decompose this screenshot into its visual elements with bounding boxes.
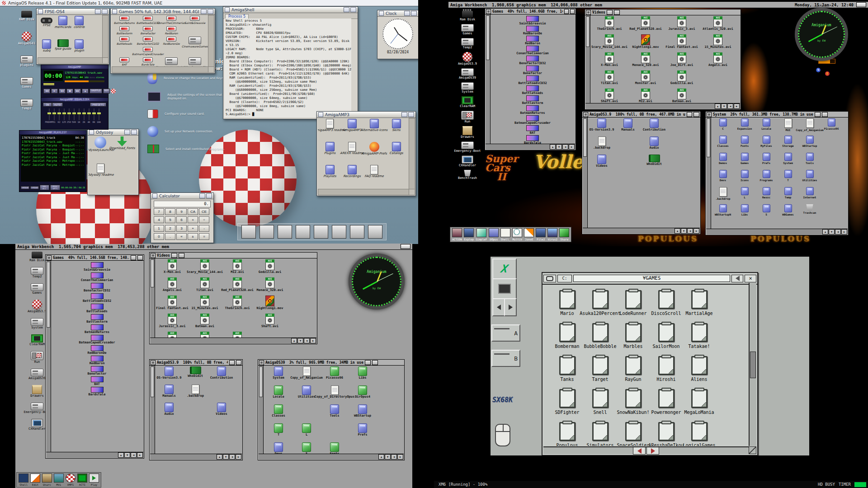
- window-titlebar[interactable]: Games 50% full, 142.3GB free, 144.4GB in…: [111, 9, 215, 15]
- file-icon[interactable]: Alternative-Icons: [363, 119, 385, 142]
- drawer-icon[interactable]: Icons: [734, 170, 755, 187]
- desktop-icon[interactable]: AmigaOS39: [455, 68, 480, 80]
- play-button[interactable]: ▶: [51, 89, 58, 94]
- dock-item[interactable]: [296, 225, 310, 239]
- close-gadget[interactable]: [38, 9, 43, 14]
- playlist-entry[interactable]: 1707615530043_track.wav --:--: [22, 140, 84, 144]
- file-icon[interactable]: FAQ readme: [363, 165, 385, 188]
- file-icon[interactable]: Catalogs: [385, 142, 407, 165]
- calc-key[interactable]: 3: [176, 225, 187, 232]
- video-file-icon[interactable]: 15_Minutes.avi: [189, 296, 221, 314]
- game-project-icon[interactable]: Battletoads: [491, 85, 575, 95]
- drawer-icon[interactable]: Picasso96: [321, 366, 349, 385]
- file-icon[interactable]: fpse guide: [55, 39, 71, 58]
- video-file-icon[interactable]: Red_Planet320.avi: [221, 277, 254, 296]
- iconify-gadget[interactable]: [95, 9, 101, 14]
- vertical-scrollbar[interactable]: [259, 366, 264, 454]
- drawer-icon[interactable]: Manuals: [156, 385, 182, 403]
- vertical-scrollbar[interactable]: [208, 15, 214, 67]
- scroll-gadgets[interactable]: ▲▼◀▶: [706, 229, 848, 235]
- game-project-icon[interactable]: BAT: [491, 125, 575, 135]
- video-file-icon[interactable]: X-Men.avi: [591, 52, 627, 70]
- playlist-entry[interactable]: Piotr JazzCat Pacyna - Just Machine --:-…: [22, 151, 84, 155]
- desktop-icon[interactable]: AmigaOS3.9: [455, 52, 480, 66]
- iconify-gadget[interactable]: [401, 112, 407, 117]
- game-file-icon[interactable]: DiscoScroll: [650, 290, 683, 323]
- dock-item[interactable]: AMP1: [66, 474, 75, 486]
- playlist-entry[interactable]: Piotr JazzCat Pacyna - Metropolice --:--: [22, 163, 84, 167]
- game-file-icon[interactable]: RayGun: [617, 356, 650, 389]
- calc-key[interactable]: +: [188, 225, 198, 232]
- floppy-drive-a[interactable]: A: [491, 324, 520, 342]
- depth-gadget[interactable]: [179, 253, 184, 258]
- calc-key[interactable]: =: [199, 233, 209, 240]
- close-gadget[interactable]: [379, 11, 384, 16]
- game-file-icon[interactable]: SnowNaKibun!: [617, 389, 650, 422]
- depth-gadget[interactable]: [614, 10, 620, 15]
- depth-gadget[interactable]: [372, 360, 378, 365]
- drawer-icon[interactable]: Audio: [156, 403, 182, 421]
- desktop-icon[interactable]: Temp2: [455, 38, 480, 50]
- sx-logo-button[interactable]: X: [492, 258, 517, 279]
- video-file-icon[interactable]: Scary_Movie_144.avi: [591, 34, 627, 52]
- window-titlebar[interactable]: Videos: [150, 253, 317, 258]
- game-file-icon[interactable]: Asuka120Percent: [584, 290, 617, 323]
- video-file-icon[interactable]: Final Fantast.avi: [664, 34, 700, 52]
- drawer-icon[interactable]: Classes: [712, 136, 734, 153]
- game-project-icon[interactable]: BattletoadsCD32: [491, 75, 575, 85]
- dock-item[interactable]: File2: [536, 228, 546, 241]
- game-file-icon[interactable]: MegaLoMania: [683, 389, 716, 422]
- eq-band-slider[interactable]: 62: [57, 108, 61, 123]
- video-file-icon[interactable]: TheGrinch.avi: [221, 296, 254, 314]
- drawer-icon[interactable]: Contribution: [641, 118, 667, 136]
- game-file-icon[interactable]: MartialAge: [683, 290, 716, 323]
- close-gadget[interactable]: [259, 360, 264, 365]
- menu-clip-button[interactable]: [543, 275, 556, 282]
- file-icon[interactable]: subq: [38, 39, 55, 58]
- game-icon[interactable]: Benefactor: [136, 26, 160, 37]
- seek-slider[interactable]: [43, 83, 54, 85]
- game-project-icon[interactable]: Benefactor: [51, 366, 143, 376]
- sx-forward-button[interactable]: [504, 298, 517, 316]
- desktop-icon[interactable]: Games: [455, 24, 480, 36]
- zoom-gadget[interactable]: [687, 112, 693, 117]
- file-icon[interactable]: FPSE: [38, 16, 55, 39]
- dock-item[interactable]: MultiV: [512, 228, 522, 241]
- eq-band-slider[interactable]: 8K: [91, 108, 96, 123]
- calc-key[interactable]: ±: [188, 233, 198, 240]
- zoom-gadget[interactable]: [564, 9, 569, 14]
- desktop-icon[interactable]: ClearRAM: [455, 96, 480, 108]
- file-icon[interactable]: AmigaAMP3 readme: [319, 119, 341, 142]
- stop-button[interactable]: ■: [66, 89, 73, 94]
- video-file-icon[interactable]: X-Men.avi: [156, 259, 189, 277]
- desktop-icon[interactable]: BenchTrash: [455, 170, 480, 180]
- window-titlebar[interactable]: AmigaAMP3: [317, 112, 415, 118]
- game-icon[interactable]: BenefactorCD32: [136, 37, 160, 47]
- video-file-icon[interactable]: TheGrinch.avi: [591, 16, 627, 34]
- scroll-gadgets[interactable]: ▲▼◀▶: [259, 454, 404, 460]
- drawer-icon[interactable]: Internet: [799, 187, 821, 204]
- game-file-icon[interactable]: SailorMoon: [650, 323, 683, 356]
- game-file-icon[interactable]: AResshaDeIkou: [650, 422, 683, 446]
- game-project-icon[interactable]: BattletoadsCD32: [51, 293, 143, 304]
- eq-band-slider[interactable]: 31: [52, 108, 57, 123]
- video-file-icon[interactable]: Titan.avi: [591, 70, 627, 89]
- window-titlebar[interactable]: System 26% full, 361.3MB free, 138.7MB i…: [706, 112, 848, 117]
- game-file-icon[interactable]: Hiroshi: [650, 356, 683, 389]
- calc-key[interactable]: 6: [176, 216, 187, 223]
- game-project-icon[interactable]: BenefactorCD32: [51, 283, 143, 293]
- depth-gadget[interactable]: [131, 130, 137, 135]
- shuffle-button[interactable]: SHUFFLE: [90, 89, 102, 94]
- drawer-icon[interactable]: WhoDidIt: [182, 366, 208, 385]
- desktop-icon[interactable]: Games: [14, 77, 40, 89]
- vertical-scrollbar[interactable]: [46, 261, 51, 452]
- video-file-icon[interactable]: Joe_Dirt.avi: [189, 332, 221, 338]
- playlist-entry[interactable]: Piotr JazzCat Pacyna - Boogietown --:--: [22, 148, 84, 152]
- dock-item[interactable]: Share: [559, 228, 569, 241]
- game-icon[interactable]: VideoGamesIn3D: [183, 57, 207, 67]
- game-file-icon[interactable]: Target: [584, 356, 617, 389]
- depth-gadget[interactable]: [236, 360, 241, 365]
- window-titlebar[interactable]: AmigaShell: [223, 7, 358, 13]
- depth-gadget[interactable]: [206, 193, 212, 198]
- drawer-icon[interactable]: C: [712, 118, 734, 136]
